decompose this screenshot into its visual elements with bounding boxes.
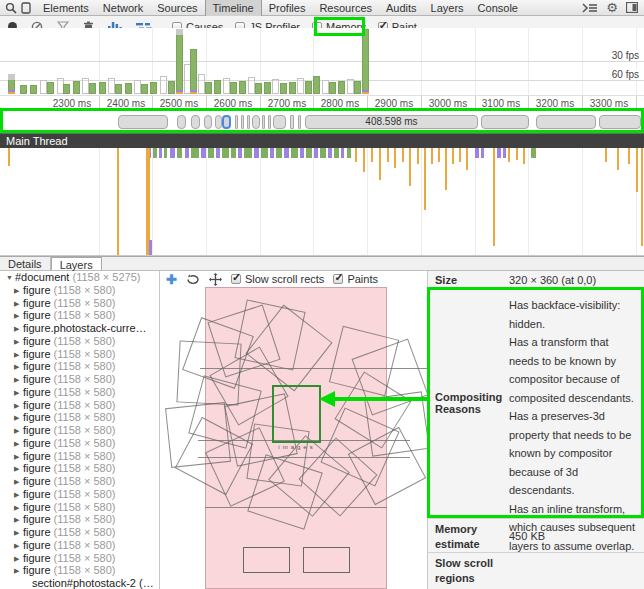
layer-tree-item[interactable]: ▶figure (1158 × 580) <box>0 335 159 348</box>
expand-arrow-icon[interactable]: ▶ <box>14 514 23 526</box>
layer-tree-item[interactable]: ▶figure (1158 × 580) <box>0 373 159 386</box>
panel-tab[interactable]: Audits <box>379 0 424 16</box>
layer-tree-item[interactable]: ▶figure (1158 × 580) <box>0 399 159 412</box>
canvas-checkbox[interactable]: Slow scroll rects <box>231 273 324 285</box>
device-mode-icon[interactable] <box>21 2 31 14</box>
expand-arrow-icon[interactable]: ▶ <box>14 374 23 386</box>
panel-tab[interactable]: Profiles <box>262 0 313 16</box>
pan-mode-icon[interactable]: ✚ <box>166 273 177 286</box>
layer-tree-item[interactable]: ▶figure (1158 × 580) <box>0 297 159 310</box>
selected-layer-highlight[interactable] <box>272 385 321 443</box>
frame-pill[interactable] <box>536 115 596 129</box>
rotate-mode-icon[interactable] <box>186 274 200 285</box>
frame-pill[interactable] <box>262 115 265 129</box>
layer-tree-item[interactable]: ▶figure (1158 × 580) <box>0 552 159 565</box>
layer-tree-item[interactable]: ▶figure (1158 × 580) <box>0 526 159 539</box>
panel-tab[interactable]: Sources <box>150 0 204 16</box>
frame-pill[interactable] <box>273 115 286 129</box>
frame-pill[interactable] <box>268 115 271 129</box>
expand-arrow-icon[interactable]: ▶ <box>14 298 23 310</box>
expand-arrow-icon[interactable]: ▶ <box>14 425 23 437</box>
expand-arrow-icon[interactable]: ▶ <box>14 400 23 412</box>
panel-tab[interactable]: Network <box>96 0 150 16</box>
expand-arrow-icon[interactable]: ▶ <box>14 412 23 424</box>
layer-tree-item[interactable]: ▶figure (1158 × 580) <box>0 462 159 475</box>
layer-tree-item[interactable]: section#photostack-2 (… <box>0 577 159 589</box>
layer-tree-item[interactable]: ▶figure.photostack-curre… <box>0 322 159 335</box>
expand-arrow-icon[interactable]: ▶ <box>14 527 23 539</box>
layer-tree-item[interactable]: ▶figure (1158 × 580) <box>0 424 159 437</box>
move-mode-icon[interactable] <box>209 273 222 286</box>
expand-arrow-icon[interactable]: ▶ <box>14 489 23 501</box>
event-spike <box>452 148 454 164</box>
expand-arrow-icon[interactable]: ▶ <box>14 336 23 348</box>
expand-arrow-icon[interactable]: ▼ <box>6 272 15 284</box>
details-tab[interactable]: Details <box>0 257 51 270</box>
search-icon[interactable] <box>5 2 17 14</box>
layer-tree-item[interactable]: ▶figure (1158 × 580) <box>0 513 159 526</box>
layer-tree-item[interactable]: ▶figure (1158 × 580) <box>0 450 159 463</box>
expand-arrow-icon[interactable]: ▶ <box>14 387 23 399</box>
frame-pill[interactable] <box>222 115 231 129</box>
expand-arrow-icon[interactable]: ▶ <box>14 310 23 322</box>
dock-side-icon[interactable] <box>626 2 638 13</box>
layer-canvas-view[interactable]: images <box>160 287 427 589</box>
frame-pill[interactable] <box>241 115 244 129</box>
layer-tree-item[interactable]: ▶figure (1158 × 580) <box>0 348 159 361</box>
frame-pill[interactable] <box>177 115 186 129</box>
expand-arrow-icon[interactable]: ▶ <box>14 565 23 577</box>
event-segment <box>531 148 536 158</box>
layer-tree-item[interactable]: ▼#document (1158 × 5275) <box>0 271 159 284</box>
layer-tree-item[interactable]: ▶figure (1158 × 580) <box>0 284 159 297</box>
frame-pill[interactable]: 408.598 ms <box>305 115 478 129</box>
frame-pill[interactable] <box>118 115 168 129</box>
devtools-window: ElementsNetworkSourcesTimelineProfilesRe… <box>0 0 644 589</box>
details-tab[interactable]: Layers <box>51 257 102 270</box>
frame-pill[interactable] <box>290 115 294 129</box>
panel-tab[interactable]: Timeline <box>205 0 262 16</box>
frame-pill[interactable] <box>599 115 641 129</box>
frame-pill[interactable] <box>481 115 529 129</box>
settings-gear-icon[interactable]: ⚙ <box>606 1 618 14</box>
expand-arrow-icon[interactable]: ▶ <box>14 361 23 373</box>
expand-arrow-icon[interactable]: ▶ <box>14 323 23 335</box>
panel-tab[interactable]: Layers <box>424 0 471 16</box>
expand-arrow-icon[interactable]: ▶ <box>14 463 23 475</box>
main-thread-flamechart[interactable] <box>0 148 644 256</box>
frame-pill[interactable] <box>215 115 222 129</box>
expand-arrow-icon[interactable]: ▶ <box>14 540 23 552</box>
panel-tab[interactable]: Console <box>471 0 525 16</box>
frame-pill[interactable] <box>252 115 260 129</box>
layer-tree-item[interactable]: ▶figure (1158 × 580) <box>0 360 159 373</box>
fps-bar <box>205 82 212 94</box>
layer-tree-item[interactable]: ▶figure (1158 × 580) <box>0 475 159 488</box>
expand-arrow-icon[interactable]: ▶ <box>14 476 23 488</box>
expand-arrow-icon[interactable]: ▶ <box>14 285 23 297</box>
frame-pill[interactable] <box>247 115 250 129</box>
frames-strip[interactable]: 408.598 ms <box>0 111 644 133</box>
expand-arrow-icon[interactable]: ▶ <box>14 349 23 361</box>
fps-overview-chart[interactable]: 30 fps 60 fps <box>0 28 644 95</box>
expand-arrow-icon[interactable]: ▶ <box>14 451 23 463</box>
canvas-checkbox[interactable]: Paints <box>333 273 378 285</box>
frame-pill[interactable] <box>235 115 238 129</box>
expand-arrow-icon[interactable]: ▶ <box>14 438 23 450</box>
layer-node-label: figure <box>23 475 51 487</box>
expand-arrow-icon[interactable]: ▶ <box>14 553 23 565</box>
layer-tree-item[interactable]: ▶figure (1158 × 580) <box>0 386 159 399</box>
layer-tree-item[interactable]: ▶figure (1158 × 580) <box>0 309 159 322</box>
layer-tree-item[interactable]: ▶figure (1158 × 580) <box>0 539 159 552</box>
panel-tab[interactable]: Resources <box>312 0 379 16</box>
layer-tree-item[interactable]: ▶figure (1158 × 580) <box>0 488 159 501</box>
layer-tree-item[interactable]: ▶figure (1158 × 580) <box>0 437 159 450</box>
frame-pill[interactable] <box>204 115 212 129</box>
layer-tree-item[interactable]: ▶figure (1158 × 580) <box>0 411 159 424</box>
frame-pill[interactable] <box>298 115 301 129</box>
expand-arrow-icon[interactable]: ▶ <box>14 502 23 514</box>
frame-pill[interactable] <box>191 115 200 129</box>
layer-tree-item[interactable]: ▶figure (1158 × 580) <box>0 501 159 514</box>
console-drawer-icon[interactable] <box>582 3 598 13</box>
panel-tab[interactable]: Elements <box>36 0 96 16</box>
layer-tree-item[interactable]: ▶figure (1158 × 580) <box>0 564 159 577</box>
event-spike <box>605 148 607 162</box>
